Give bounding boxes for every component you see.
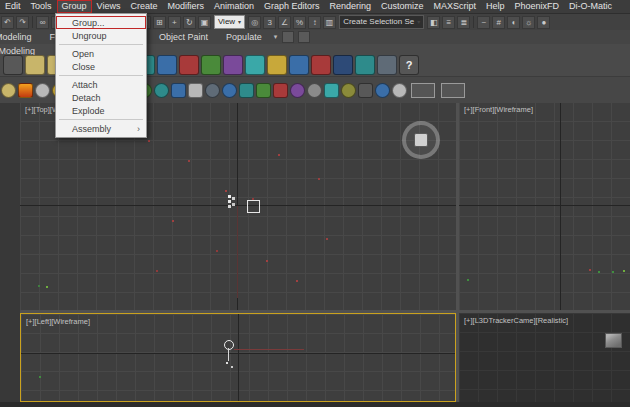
ribbon-tool-icon[interactable] [273,83,288,98]
edit-named-selection-sets-icon[interactable]: ▥ [323,16,336,29]
menu-maxscript[interactable]: MAXScript [429,0,482,13]
percent-snap-icon[interactable]: % [293,16,306,29]
spinner-snap-icon[interactable]: ↕ [308,16,321,29]
ribbon-tool-icon[interactable] [179,55,199,75]
render-setup-icon[interactable]: ☼ [522,16,535,29]
menu-help[interactable]: Help [481,0,510,13]
viewcube-navigation-wheel[interactable] [402,121,440,159]
menu-item-group[interactable]: Group... [56,16,146,29]
ribbon-tool-icon[interactable] [171,83,186,98]
viewport-layout-icon[interactable] [441,83,465,98]
ribbon-tool-icon[interactable] [311,55,331,75]
scene-object-box[interactable] [247,200,260,213]
menu-di-o-matic[interactable]: Di-O-Matic [564,0,617,13]
viewport-left-active[interactable]: [+][Left][Wireframe] [20,313,456,402]
viewport-splitter-vertical[interactable] [456,102,459,402]
render-icon[interactable]: ● [537,16,550,29]
mirror-icon[interactable]: ◧ [427,16,440,29]
ribbon-config-icon[interactable] [298,31,310,43]
snap-toggle-3d-icon[interactable]: 3 [263,16,276,29]
ribbon-tool-icon[interactable] [324,83,339,98]
curve-editor-icon[interactable]: ~ [477,16,490,29]
menu-item-assembly[interactable]: Assembly › [56,122,146,135]
ribbon-tool-icon[interactable] [157,55,177,75]
angle-snap-icon[interactable]: ∠ [278,16,291,29]
ribbon-tool-icon[interactable] [188,83,203,98]
sphere-icon[interactable] [154,83,169,98]
layer-manager-icon[interactable]: ≣ [457,16,470,29]
ribbon-tool-icon[interactable] [245,55,265,75]
ribbon-tool-icon[interactable] [239,83,254,98]
menu-modifiers[interactable]: Modifiers [162,0,209,13]
ribbon-tool-icon[interactable] [267,55,287,75]
reference-coordinate-dropdown[interactable]: View ▾ [214,15,245,29]
scale-icon[interactable]: ▣ [198,16,211,29]
menu-item-detach[interactable]: Detach [56,91,146,104]
redo-icon[interactable]: ↷ [16,16,29,29]
menu-tools[interactable]: Tools [26,0,57,13]
viewport-front-label[interactable]: [+][Front][Wireframe] [464,105,533,114]
sphere-icon[interactable] [35,83,50,98]
select-link-icon[interactable]: ∞ [36,16,49,29]
ribbon-tool-icon[interactable] [3,55,23,75]
scene-cube-object[interactable] [605,333,622,348]
ribbon-tool-icon[interactable] [18,83,33,98]
window-crossing-icon[interactable]: ⊞ [153,16,166,29]
ribbon-tool-icon[interactable] [256,83,271,98]
tab-modeling[interactable]: Modeling [0,30,41,44]
ribbon-tool-icon[interactable] [377,55,397,75]
rotate-icon[interactable]: ↻ [183,16,196,29]
move-icon[interactable]: + [168,16,181,29]
ribbon-tool-icon[interactable] [25,55,45,75]
menu-customize[interactable]: Customize [376,0,429,13]
menu-item-open[interactable]: Open [56,47,146,60]
ribbon-tool-icon[interactable] [355,55,375,75]
help-icon[interactable]: ? [399,55,419,75]
ribbon-tool-icon[interactable] [358,83,373,98]
menu-views[interactable]: Views [92,0,126,13]
grid-x-axis [20,205,456,206]
menu-phoenixfd[interactable]: PhoenixFD [510,0,565,13]
ribbon-tool-icon[interactable] [341,83,356,98]
sphere-icon[interactable] [392,83,407,98]
viewport-splitter-horizontal[interactable] [20,310,630,313]
sphere-icon[interactable] [1,83,16,98]
menu-rendering[interactable]: Rendering [325,0,377,13]
ribbon-tool-icon[interactable] [201,55,221,75]
menu-item-ungroup[interactable]: Ungroup [56,29,146,42]
ribbon-tool-icon[interactable] [333,55,353,75]
schematic-view-icon[interactable]: # [492,16,505,29]
viewport-camera-label[interactable]: [+][L3DTrackerCame][Realistic] [464,316,568,325]
menu-graph-editors[interactable]: Graph Editors [259,0,325,13]
menu-item-attach[interactable]: Attach [56,78,146,91]
viewport-left-label[interactable]: [+][Left][Wireframe] [26,317,90,326]
sphere-icon[interactable] [307,83,322,98]
ribbon-tool-icon[interactable] [205,83,220,98]
ribbon-tool-icon[interactable] [289,55,309,75]
material-editor-icon[interactable]: ◐ [507,16,520,29]
undo-icon[interactable]: ↶ [1,16,14,29]
ribbon-tool-icon[interactable] [223,55,243,75]
ribbon-tool-icon[interactable] [290,83,305,98]
menu-create[interactable]: Create [125,0,162,13]
menu-animation[interactable]: Animation [209,0,259,13]
sphere-icon[interactable] [222,83,237,98]
viewport-camera[interactable]: [+][L3DTrackerCame][Realistic] [459,313,630,402]
use-pivot-center-icon[interactable]: ◎ [248,16,261,29]
menu-group[interactable]: Group [57,0,92,13]
align-icon[interactable]: ≡ [442,16,455,29]
viewport-layout-icon[interactable] [411,83,435,98]
ribbon-minimize-arrow-icon[interactable]: ▾ [271,33,281,41]
menu-item-explode[interactable]: Explode [56,104,146,117]
tab-populate[interactable]: Populate [217,30,271,44]
scene-object-gizmo[interactable] [228,195,231,198]
viewcube-home-icon[interactable] [414,133,428,147]
tab-object-paint[interactable]: Object Paint [150,30,217,44]
viewport-front[interactable]: [+][Front][Wireframe] [459,102,630,310]
named-selection-sets-dropdown[interactable]: Create Selection Se ▾ [339,15,424,29]
menu-item-close[interactable]: Close [56,60,146,73]
sphere-icon[interactable] [375,83,390,98]
scene-character-gizmo[interactable] [224,340,234,350]
menu-edit[interactable]: Edit [0,0,26,13]
ribbon-config-icon[interactable] [282,31,294,43]
